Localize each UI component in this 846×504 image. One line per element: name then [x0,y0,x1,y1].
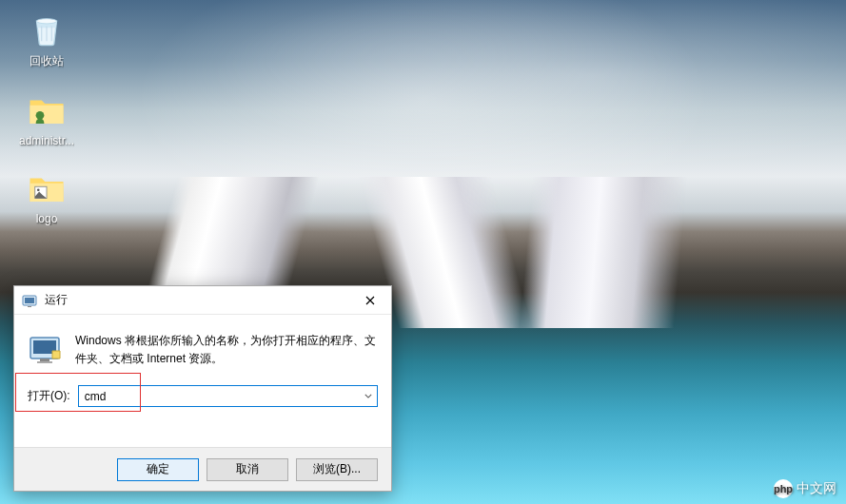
dialog-body: Windows 将根据你所输入的名称，为你打开相应的程序、文件夹、文档或 Int… [14,315,391,447]
cancel-button[interactable]: 取消 [207,458,288,481]
folder-icon [27,90,67,130]
browse-button[interactable]: 浏览(B)... [296,458,378,481]
recycle-bin-icon [27,10,67,49]
open-input[interactable] [79,388,360,405]
desktop-icon-recycle-bin[interactable]: 回收站 [11,8,82,71]
desktop-icon-area: 回收站 administr... logo [11,8,82,227]
run-app-icon [22,293,37,308]
watermark-logo-icon: php [774,479,793,498]
watermark-text: 中文网 [797,480,836,497]
desktop-icon-folder-administr[interactable]: administr... [11,88,82,149]
ok-button[interactable]: 确定 [117,458,199,481]
close-icon [365,296,375,305]
open-combobox[interactable] [78,385,378,407]
close-button[interactable] [348,286,391,315]
svg-rect-8 [40,359,49,361]
dialog-titlebar[interactable]: 运行 [14,286,391,315]
svg-point-3 [37,188,40,191]
combobox-dropdown-button[interactable] [360,386,377,406]
svg-rect-9 [37,361,52,363]
svg-point-1 [36,111,45,120]
desktop-icon-folder-logo[interactable]: logo [11,166,82,227]
open-input-row: 打开(O): [28,385,378,407]
desktop-icon-label: logo [36,212,58,225]
watermark: php 中文网 [774,479,836,498]
run-dialog: 运行 Windows 将根据你所输入的名称，为你打开相应的程序、文件夹、文档或 … [13,285,392,492]
desktop-icon-label: administr... [19,134,74,147]
dialog-title: 运行 [45,292,348,308]
dialog-description: Windows 将根据你所输入的名称，为你打开相应的程序、文件夹、文档或 Int… [75,332,378,368]
run-dialog-icon [28,332,62,366]
svg-point-0 [37,19,57,24]
open-label: 打开(O): [28,388,70,404]
folder-icon [27,168,67,208]
dialog-description-row: Windows 将根据你所输入的名称，为你打开相应的程序、文件夹、文档或 Int… [28,332,378,368]
dialog-button-bar: 确定 取消 浏览(B)... [14,447,391,491]
svg-rect-5 [25,298,34,303]
desktop-icon-label: 回收站 [30,53,64,69]
chevron-down-icon [364,394,372,398]
